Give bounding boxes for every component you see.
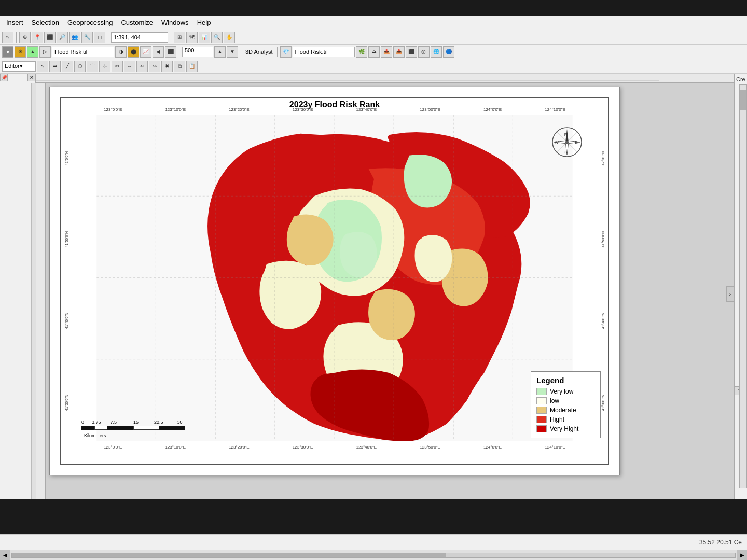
svg-text:S: S	[564, 150, 567, 155]
scale-up-btn[interactable]: ▲	[214, 46, 226, 58]
top-coords: 123°0'0"E 123°10'0"E 123°20'0"E 123°30'0…	[61, 107, 608, 112]
layer-coll-btn[interactable]: ◀	[153, 46, 164, 58]
panel-close-btn[interactable]: ✕	[27, 74, 35, 81]
tc7: 124°10'0"E	[545, 107, 565, 112]
scroll-right-end-btn[interactable]: ▶	[737, 550, 747, 560]
lc2: 41°40'0"N	[65, 313, 68, 329]
tool-btn-4[interactable]: 🔎	[57, 32, 68, 43]
menu-insert[interactable]: Insert	[2, 18, 27, 27]
scale-dn-btn[interactable]: ▼	[227, 46, 238, 58]
raster-btn6[interactable]: ◎	[418, 46, 430, 58]
right-scrollbar[interactable]	[739, 84, 747, 488]
menu-windows[interactable]: Windows	[157, 18, 193, 27]
editor-dropdown[interactable]: Editor▾	[2, 61, 36, 72]
bc0: 123°0'0"E	[104, 445, 122, 450]
layer-sun-btn[interactable]: ☀	[15, 46, 26, 58]
zoom-out-btn[interactable]: 📊	[199, 32, 210, 43]
edit-del-btn[interactable]: ✖	[161, 61, 173, 72]
svg-text:E: E	[575, 140, 577, 145]
scale-seg4	[133, 426, 159, 430]
left-panel: ✕ 📌 /* ticks rendered via JS */	[0, 74, 36, 499]
create-label: Cre	[735, 74, 747, 85]
title-bar	[0, 0, 747, 16]
layer-dropdown[interactable]: Flood Risk.tif	[52, 47, 114, 57]
scale-seg2	[94, 426, 107, 430]
tool-btn-5[interactable]: 👥	[69, 32, 80, 43]
analyst-icon[interactable]: 💎	[280, 46, 292, 58]
edit-split-btn[interactable]: ✂	[112, 61, 123, 72]
scale-input[interactable]: 500	[182, 47, 213, 57]
tc2: 123°20'0"E	[229, 107, 250, 112]
bc1: 123°10'0"E	[165, 445, 186, 450]
toolbar2: ● ☀ ▲ ▷ Flood Risk.tif ◑ ⬤ 📈 ◀ ⬛ 500 ▲ ▼…	[0, 45, 747, 59]
rc1: 41°50'0"N	[601, 231, 605, 247]
edit-arrow-btn[interactable]: ➡	[49, 61, 61, 72]
pan-btn[interactable]: ✋	[224, 32, 235, 43]
edit-undo-btn[interactable]: ↩	[136, 61, 148, 72]
flood-risk-map-svg	[71, 115, 598, 441]
scroll-left-btn[interactable]: ◀	[0, 550, 10, 560]
menu-help[interactable]: Help	[193, 18, 215, 27]
edit-select-btn[interactable]: ↖	[37, 61, 48, 72]
raster-btn5[interactable]: ⬛	[406, 46, 417, 58]
ruler-horizontal: /* generated */	[36, 74, 734, 83]
right-scrollbar-thumb[interactable]	[740, 90, 746, 110]
layer-half-btn[interactable]: ◑	[115, 46, 127, 58]
raster-btn2[interactable]: ⛰	[368, 46, 380, 58]
edit-redo-btn[interactable]: ↪	[149, 61, 160, 72]
zoom-in-btn[interactable]: 🗺	[186, 32, 198, 43]
tool-btn-6[interactable]: 🔧	[81, 32, 93, 43]
scale-seg1	[81, 426, 94, 430]
raster-btn7[interactable]: 🌐	[431, 46, 442, 58]
tool-btn-1[interactable]: ⊕	[19, 32, 31, 43]
zoom-layer-btn[interactable]: 🔍	[211, 32, 223, 43]
bottom-coords: 123°0'0"E 123°10'0"E 123°20'0"E 123°30'0…	[61, 445, 608, 450]
raster-btn4[interactable]: 📥	[393, 46, 405, 58]
layer-fill-btn[interactable]: ⬤	[128, 46, 139, 58]
bc3: 123°30'0"E	[293, 445, 313, 450]
zoom-full-btn[interactable]: ⊞	[174, 32, 185, 43]
raster-btn3[interactable]: 📤	[381, 46, 392, 58]
edit-move-btn[interactable]: ↔	[124, 61, 135, 72]
legend-item-1: low	[536, 397, 595, 404]
bc2: 123°20'0"E	[229, 445, 250, 450]
svg-text:W: W	[555, 140, 559, 145]
lc1: 41°50'0"N	[65, 231, 68, 247]
scale-v3: 15	[133, 419, 139, 425]
tool-btn-3[interactable]: ⬛	[44, 32, 56, 43]
tool-btn-7[interactable]: ◻	[94, 32, 105, 43]
legend-color-4	[536, 425, 547, 432]
bc7: 124°10'0"E	[545, 445, 565, 450]
scroll-thumb[interactable]	[12, 553, 446, 557]
rc0: 42°0'0"N	[601, 151, 605, 165]
edit-copy-btn[interactable]: ⧉	[174, 61, 185, 72]
edit-line-btn[interactable]: ╱	[62, 61, 73, 72]
layer-dropdown2[interactable]: Flood Risk.tif	[293, 47, 355, 57]
edit-curve-btn[interactable]: ⌒	[87, 61, 98, 72]
menu-geoprocessing[interactable]: Geoprocessing	[63, 18, 117, 27]
coordinate-display[interactable]: 1:391, 404	[111, 32, 168, 43]
legend-item-2: Moderate	[536, 407, 595, 414]
menu-bar: Insert Selection Geoprocessing Customize…	[0, 16, 747, 30]
sep1	[16, 32, 17, 43]
layer-hist-btn[interactable]: 📈	[140, 46, 151, 58]
panel-pin-btn[interactable]: 📌	[0, 74, 8, 81]
edit-node-btn[interactable]: ⊹	[99, 61, 110, 72]
legend-label-1: low	[550, 397, 559, 404]
layer-3d-btn[interactable]: ▲	[27, 46, 38, 58]
layer-vis-btn[interactable]: ●	[2, 46, 13, 58]
raster-btn1[interactable]: 🌿	[356, 46, 367, 58]
menu-selection[interactable]: Selection	[27, 18, 63, 27]
edit-poly-btn[interactable]: ⬡	[74, 61, 86, 72]
compass-rose: N S E W	[551, 127, 583, 158]
menu-customize[interactable]: Customize	[117, 18, 157, 27]
sep5	[241, 47, 241, 57]
edit-paste-btn[interactable]: 📋	[186, 61, 198, 72]
tool-btn-2[interactable]: 📍	[32, 32, 43, 43]
layer-arrow-btn[interactable]: ▷	[39, 46, 51, 58]
scroll-right-btn[interactable]: ›	[726, 286, 734, 302]
raster-btn8[interactable]: 🔵	[443, 46, 454, 58]
scroll-track[interactable]	[11, 553, 736, 558]
select-tool-btn[interactable]: ↖	[2, 32, 13, 43]
layer-stop-btn[interactable]: ⬛	[165, 46, 176, 58]
